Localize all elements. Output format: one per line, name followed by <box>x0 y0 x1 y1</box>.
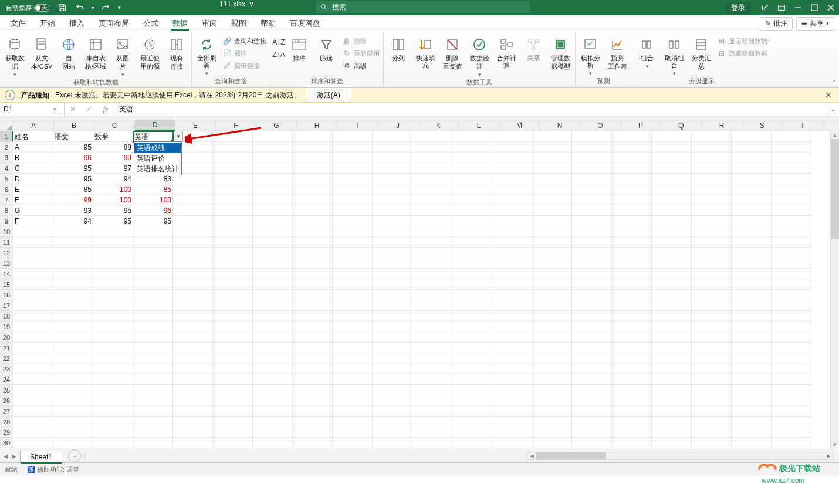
row-header-12[interactable]: 12 <box>0 248 13 258</box>
cell-E23[interactable] <box>173 364 213 374</box>
cell-B2[interactable]: 95 <box>53 142 93 153</box>
cell-G25[interactable] <box>253 385 293 395</box>
cell-M28[interactable] <box>492 417 532 427</box>
cell-L20[interactable] <box>452 332 492 343</box>
cell-L27[interactable] <box>452 406 492 417</box>
cell-I17[interactable] <box>333 300 373 311</box>
cell-D21[interactable] <box>133 343 173 353</box>
cell-E11[interactable] <box>173 237 213 248</box>
cell-R1[interactable] <box>692 131 732 142</box>
what-if-analysis[interactable]: 模拟分析▾ <box>577 35 604 77</box>
cell-O4[interactable] <box>572 163 612 174</box>
cell-C8[interactable]: 95 <box>93 205 133 216</box>
cell-K21[interactable] <box>412 343 452 353</box>
filter-button[interactable]: 筛选 <box>313 35 340 62</box>
cell-T28[interactable] <box>772 417 811 427</box>
cell-A15[interactable] <box>13 279 53 290</box>
cell-C15[interactable] <box>93 279 133 290</box>
cell-O12[interactable] <box>572 248 612 258</box>
sort-asc-button[interactable]: A↓Z <box>274 37 283 48</box>
cell-A19[interactable] <box>13 322 53 332</box>
formula-input[interactable] <box>114 103 827 116</box>
cell-T3[interactable] <box>772 153 811 163</box>
cell-Q10[interactable] <box>652 226 692 237</box>
cell-M12[interactable] <box>492 248 532 258</box>
cell-T27[interactable] <box>772 406 811 417</box>
cell-S8[interactable] <box>732 205 772 216</box>
cell-O22[interactable] <box>572 353 612 364</box>
row-header-24[interactable]: 24 <box>0 374 13 385</box>
autosave-toggle[interactable]: 自动保存 关 <box>2 4 53 12</box>
cell-K30[interactable] <box>412 438 452 448</box>
cell-D27[interactable] <box>133 406 173 417</box>
cell-A16[interactable] <box>13 290 53 300</box>
properties-button[interactable]: 📄属性 <box>222 48 266 59</box>
cell-N4[interactable] <box>532 163 572 174</box>
cell-N20[interactable] <box>532 332 572 343</box>
cell-S18[interactable] <box>732 311 772 322</box>
cell-M7[interactable] <box>492 195 532 205</box>
cell-Q18[interactable] <box>652 311 692 322</box>
cell-C22[interactable] <box>93 353 133 364</box>
cell-T14[interactable] <box>772 269 811 279</box>
cell-I28[interactable] <box>333 417 373 427</box>
cell-M16[interactable] <box>492 290 532 300</box>
cell-O18[interactable] <box>572 311 612 322</box>
cell-P13[interactable] <box>612 258 652 269</box>
cell-E9[interactable] <box>173 216 213 226</box>
cell-N29[interactable] <box>532 427 572 438</box>
cell-R2[interactable] <box>692 142 732 153</box>
cell-B19[interactable] <box>53 322 93 332</box>
cell-L1[interactable] <box>452 131 492 142</box>
cell-R3[interactable] <box>692 153 732 163</box>
cell-S5[interactable] <box>732 174 772 184</box>
cell-S13[interactable] <box>732 258 772 269</box>
cell-D23[interactable] <box>133 364 173 374</box>
cell-A22[interactable] <box>13 353 53 364</box>
cell-A2[interactable]: A <box>13 142 53 153</box>
cell-K11[interactable] <box>412 237 452 248</box>
cell-A10[interactable] <box>13 226 53 237</box>
cell-A5[interactable]: D <box>13 174 53 184</box>
existing-connections[interactable]: 现有连接 <box>163 35 190 70</box>
cell-Q12[interactable] <box>652 248 692 258</box>
cell-H4[interactable] <box>293 163 333 174</box>
cell-D13[interactable] <box>133 258 173 269</box>
cell-I14[interactable] <box>333 269 373 279</box>
cell-O24[interactable] <box>572 374 612 385</box>
cell-P28[interactable] <box>612 417 652 427</box>
cell-R12[interactable] <box>692 248 732 258</box>
cell-D29[interactable] <box>133 427 173 438</box>
cell-O23[interactable] <box>572 364 612 374</box>
cell-G16[interactable] <box>253 290 293 300</box>
cell-T17[interactable] <box>772 300 811 311</box>
cell-K18[interactable] <box>412 311 452 322</box>
row-header-3[interactable]: 3 <box>0 153 13 163</box>
row-header-4[interactable]: 4 <box>0 163 13 174</box>
cell-B17[interactable] <box>53 300 93 311</box>
cell-J9[interactable] <box>373 216 412 226</box>
cell-I7[interactable] <box>333 195 373 205</box>
cell-J29[interactable] <box>373 427 412 438</box>
cell-J17[interactable] <box>373 300 412 311</box>
cell-J7[interactable] <box>373 195 412 205</box>
recent-sources[interactable]: 最近使用的源 <box>136 35 163 70</box>
cell-R5[interactable] <box>692 174 732 184</box>
cell-S25[interactable] <box>732 385 772 395</box>
text-to-columns[interactable]: 分列 <box>385 35 412 62</box>
cell-E16[interactable] <box>173 290 213 300</box>
cell-A6[interactable]: E <box>13 184 53 195</box>
cell-G15[interactable] <box>253 279 293 290</box>
cell-P12[interactable] <box>612 248 652 258</box>
cell-T22[interactable] <box>772 353 811 364</box>
cell-B16[interactable] <box>53 290 93 300</box>
cell-G5[interactable] <box>253 174 293 184</box>
cell-B8[interactable]: 93 <box>53 205 93 216</box>
cell-J14[interactable] <box>373 269 412 279</box>
cell-T24[interactable] <box>772 374 811 385</box>
cell-L15[interactable] <box>452 279 492 290</box>
cell-I16[interactable] <box>333 290 373 300</box>
cell-N22[interactable] <box>532 353 572 364</box>
cell-M5[interactable] <box>492 174 532 184</box>
ribbon-tab-3[interactable]: 页面布局 <box>92 15 136 32</box>
